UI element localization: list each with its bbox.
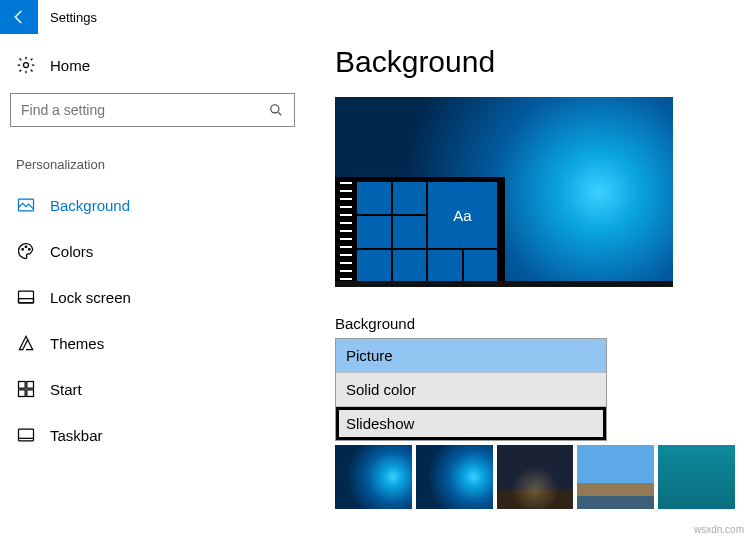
start-icon [16,379,36,399]
sidebar: Home Personalization Background Colors L… [0,45,305,458]
dropdown-option-slideshow[interactable]: Slideshow [336,407,606,440]
nav-item-themes[interactable]: Themes [10,320,295,366]
background-field-label: Background [335,315,735,332]
window-title: Settings [38,10,97,25]
nav-item-label: Background [50,197,130,214]
thumbnail-3[interactable] [497,445,574,509]
back-button[interactable] [0,0,38,34]
search-input[interactable] [21,102,251,118]
svg-rect-10 [19,390,26,397]
nav-item-label: Themes [50,335,104,352]
watermark: wsxdn.com [694,524,744,535]
nav-item-lockscreen[interactable]: Lock screen [10,274,295,320]
thumbnail-5[interactable] [658,445,735,509]
lockscreen-icon [16,287,36,307]
svg-point-1 [271,105,279,113]
dropdown-option-picture[interactable]: Picture [336,339,606,373]
nav-item-start[interactable]: Start [10,366,295,412]
category-header: Personalization [10,127,295,182]
home-label: Home [50,57,90,74]
nav-item-colors[interactable]: Colors [10,228,295,274]
themes-icon [16,333,36,353]
svg-rect-11 [27,390,34,397]
preview-sample-text: Aa [428,182,497,248]
svg-point-4 [25,246,27,248]
svg-rect-7 [19,299,34,303]
nav-item-label: Colors [50,243,93,260]
titlebar: Settings [0,0,750,34]
search-box[interactable] [10,93,295,127]
gear-icon [16,55,36,75]
svg-rect-12 [19,429,34,441]
svg-rect-8 [19,382,26,389]
background-preview: Aa [335,97,673,287]
nav-item-label: Lock screen [50,289,131,306]
thumbnail-4[interactable] [577,445,654,509]
taskbar-icon [16,425,36,445]
nav-item-label: Start [50,381,82,398]
picture-thumbnails [335,445,735,509]
thumbnail-2[interactable] [416,445,493,509]
page-title: Background [335,45,735,79]
svg-point-0 [24,63,29,68]
nav-item-background[interactable]: Background [10,182,295,228]
thumbnail-1[interactable] [335,445,412,509]
palette-icon [16,241,36,261]
nav-item-label: Taskbar [50,427,103,444]
search-icon [268,102,284,118]
svg-point-5 [29,249,31,251]
svg-point-3 [22,249,24,251]
home-link[interactable]: Home [10,45,295,93]
picture-icon [16,195,36,215]
nav-item-taskbar[interactable]: Taskbar [10,412,295,458]
svg-rect-9 [27,382,34,389]
main-content: Background Aa Background Picture Solid c… [335,45,735,509]
arrow-left-icon [10,8,28,26]
svg-rect-6 [19,291,34,303]
dropdown-option-solid-color[interactable]: Solid color [336,373,606,407]
background-type-dropdown[interactable]: Picture Solid color Slideshow [335,338,607,441]
